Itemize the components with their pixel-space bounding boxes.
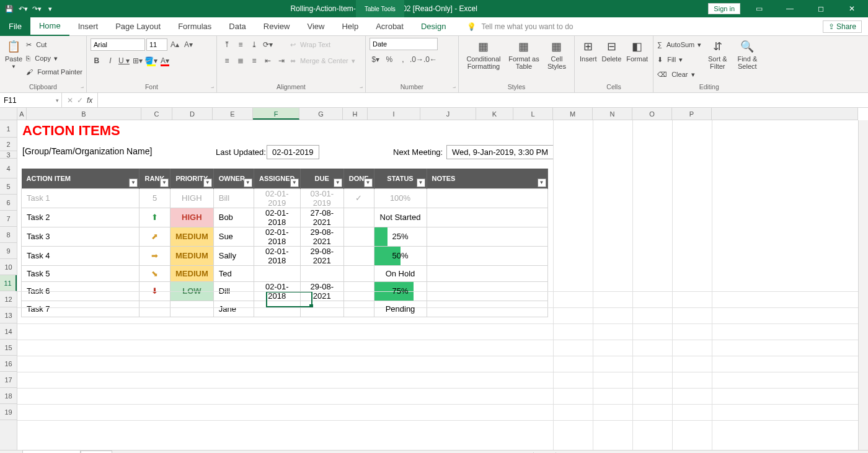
undo-icon[interactable]: ↶▾ bbox=[17, 3, 29, 14]
align-right-icon[interactable]: ≡ bbox=[248, 55, 260, 67]
cell-done[interactable] bbox=[343, 208, 374, 227]
fx-icon[interactable]: fx bbox=[87, 96, 92, 105]
column-header-O[interactable]: O bbox=[632, 108, 672, 120]
cell-priority[interactable]: HIGH bbox=[170, 188, 214, 208]
bold-button[interactable]: B bbox=[91, 55, 103, 67]
filter-icon[interactable]: ▼ bbox=[538, 178, 546, 187]
fill-button[interactable]: ⬇ Fill ▾ bbox=[657, 53, 701, 66]
select-all-corner[interactable] bbox=[0, 108, 17, 120]
conditional-formatting-button[interactable]: ▦Conditional Formatting bbox=[463, 38, 505, 71]
row-header-15[interactable]: 15 bbox=[0, 340, 17, 356]
comma-format-icon[interactable]: , bbox=[397, 53, 409, 66]
cell-status[interactable]: On Hold bbox=[374, 265, 427, 281]
font-color-button[interactable]: A▾ bbox=[159, 55, 171, 67]
cell-done[interactable] bbox=[343, 227, 374, 246]
sheet-tab-actionitems[interactable]: ActionItems bbox=[22, 450, 81, 453]
cell-owner[interactable]: Sue bbox=[213, 227, 254, 246]
cell-assigned[interactable]: 02-01-2018 bbox=[254, 227, 300, 246]
format-cells-button[interactable]: ◧Format bbox=[625, 38, 649, 64]
tab-acrobat[interactable]: Acrobat bbox=[367, 17, 412, 36]
tab-file[interactable]: File bbox=[0, 17, 30, 36]
filter-icon[interactable]: ▼ bbox=[334, 178, 342, 187]
cell-notes[interactable] bbox=[427, 265, 547, 281]
column-header-C[interactable]: C bbox=[141, 108, 172, 120]
filter-icon[interactable]: ▼ bbox=[364, 178, 373, 187]
cell-owner[interactable]: Jane bbox=[213, 301, 254, 317]
copy-button[interactable]: ⎘ Copy ▾ bbox=[26, 51, 82, 65]
qat-customize-icon[interactable]: ▾ bbox=[45, 3, 56, 14]
column-header-I[interactable]: I bbox=[368, 108, 420, 120]
row-header-16[interactable]: 16 bbox=[0, 356, 17, 372]
row-header-6[interactable]: 6 bbox=[0, 195, 17, 211]
cell-action-item[interactable]: Task 2 bbox=[22, 208, 140, 227]
cell-done[interactable]: ✓ bbox=[343, 188, 374, 208]
cell-priority[interactable] bbox=[170, 301, 214, 317]
cell-due[interactable]: 03-01-2019 bbox=[300, 188, 343, 208]
cell-due[interactable]: 29-08-2021 bbox=[300, 227, 343, 246]
column-header-A[interactable]: A bbox=[17, 108, 27, 120]
sheet-tab-help[interactable]: Help bbox=[81, 451, 112, 453]
decrease-font-icon[interactable]: A▾ bbox=[182, 38, 195, 51]
increase-decimal-icon[interactable]: .0→ bbox=[410, 53, 423, 66]
align-left-icon[interactable]: ≡ bbox=[221, 55, 233, 67]
cell-action-item[interactable]: Task 5 bbox=[22, 265, 140, 281]
cell-status[interactable]: Pending bbox=[374, 301, 427, 317]
row-header-12[interactable]: 12 bbox=[0, 291, 17, 307]
cell-status[interactable]: Not Started bbox=[374, 208, 427, 227]
row-header-18[interactable]: 18 bbox=[0, 388, 17, 404]
cell-assigned[interactable] bbox=[254, 265, 300, 281]
column-header-H[interactable]: H bbox=[343, 108, 368, 120]
enter-formula-icon[interactable]: ✓ bbox=[77, 96, 83, 105]
cell-assigned[interactable] bbox=[254, 301, 300, 317]
increase-font-icon[interactable]: A▴ bbox=[169, 38, 181, 51]
sheet-area[interactable]: ACTION ITEMS [Group/Team/Organization Na… bbox=[17, 120, 858, 450]
tab-data[interactable]: Data bbox=[220, 17, 254, 36]
cell-priority[interactable]: HIGH bbox=[170, 208, 214, 227]
cell-status[interactable]: 50% bbox=[374, 246, 427, 265]
decrease-indent-icon[interactable]: ⇤ bbox=[262, 55, 274, 67]
cell-action-item[interactable]: Task 1 bbox=[22, 188, 140, 208]
tab-formulas[interactable]: Formulas bbox=[169, 17, 220, 36]
cell-done[interactable] bbox=[343, 265, 374, 281]
decrease-decimal-icon[interactable]: .0← bbox=[424, 53, 436, 66]
tab-design[interactable]: Design bbox=[412, 17, 454, 36]
percent-format-icon[interactable]: % bbox=[383, 53, 396, 66]
cell-due[interactable] bbox=[300, 301, 343, 317]
increase-indent-icon[interactable]: ⇥ bbox=[275, 55, 288, 67]
number-format-select[interactable] bbox=[370, 38, 438, 50]
paste-button[interactable]: 📋 Paste ▼ bbox=[4, 38, 24, 71]
filter-icon[interactable]: ▼ bbox=[129, 178, 138, 187]
save-icon[interactable]: 💾 bbox=[4, 3, 15, 14]
cell-due[interactable] bbox=[300, 265, 343, 281]
column-header-M[interactable]: M bbox=[553, 108, 593, 120]
font-size-select[interactable] bbox=[146, 38, 167, 51]
column-header-D[interactable]: D bbox=[172, 108, 213, 120]
filter-icon[interactable]: ▼ bbox=[203, 178, 212, 187]
cell-notes[interactable] bbox=[427, 227, 547, 246]
cell-rank[interactable]: 5 bbox=[140, 188, 170, 208]
column-header-E[interactable]: E bbox=[213, 108, 253, 120]
cell-due[interactable]: 27-08-2021 bbox=[300, 208, 343, 227]
autosum-button[interactable]: ∑ AutoSum ▾ bbox=[657, 38, 701, 51]
accounting-format-icon[interactable]: $▾ bbox=[370, 53, 382, 66]
cell-owner[interactable]: Bill bbox=[213, 188, 254, 208]
close-button[interactable]: ✕ bbox=[839, 0, 864, 17]
cell-owner[interactable]: Ted bbox=[213, 265, 254, 281]
row-header-9[interactable]: 9 bbox=[0, 243, 17, 259]
row-header-3[interactable]: 3 bbox=[0, 151, 17, 159]
formula-input[interactable] bbox=[98, 93, 868, 107]
cell-rank[interactable] bbox=[140, 301, 170, 317]
cell-action-item[interactable]: Task 3 bbox=[22, 227, 140, 246]
insert-cells-button[interactable]: ⊞Insert bbox=[578, 38, 598, 64]
align-center-icon[interactable]: ≣ bbox=[234, 55, 247, 67]
column-header-N[interactable]: N bbox=[593, 108, 632, 120]
ribbon-options-icon[interactable]: ▭ bbox=[746, 0, 771, 17]
cell-assigned[interactable]: 02-01-2018 bbox=[254, 246, 300, 265]
cell-priority[interactable]: MEDIUM bbox=[170, 227, 214, 246]
share-button[interactable]: ⇪ Share bbox=[823, 20, 862, 33]
cell-status[interactable]: 100% bbox=[374, 188, 427, 208]
tab-insert[interactable]: Insert bbox=[69, 17, 107, 36]
row-header-10[interactable]: 10 bbox=[0, 259, 17, 275]
row-header-17[interactable]: 17 bbox=[0, 372, 17, 388]
cell-action-item[interactable]: Task 4 bbox=[22, 246, 140, 265]
